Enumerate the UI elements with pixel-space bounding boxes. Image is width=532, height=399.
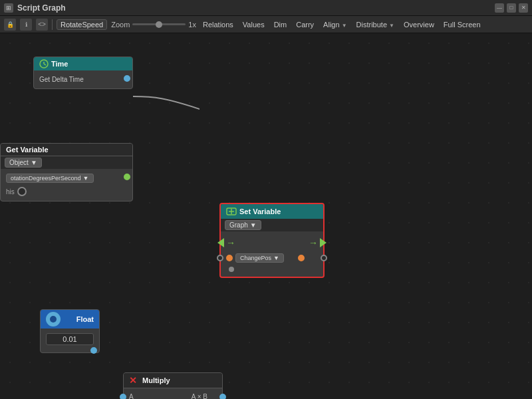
axb-out-port[interactable] (219, 394, 226, 400)
window-title: Script Graph (17, 3, 66, 13)
multiply-icon: ✕ (129, 375, 137, 386)
close-button[interactable]: ✕ (519, 3, 528, 13)
get-delta-time-node: Time Get Delta Time (33, 57, 133, 89)
zoom-label: Zoom (111, 21, 130, 29)
multiply-node: ✕ Multiply A A × B B (123, 372, 223, 399)
changepos-row: ChangePos ▼ (226, 251, 318, 265)
rotation-row: otationDegreesPerSecond ▼ (6, 172, 127, 185)
code-icon[interactable]: <> (36, 19, 48, 31)
float-icon (46, 312, 61, 327)
a-label: A (129, 393, 134, 399)
toolbar: 🔒 ℹ <> RotateSpeed Zoom 1x Relations Val… (0, 16, 532, 33)
a-row: A A × B (129, 391, 217, 399)
dropdown-arrow: ▼ (31, 159, 37, 166)
changepos-out-port[interactable] (321, 255, 327, 261)
distribute-label: Distribute (356, 21, 387, 29)
lock-icon[interactable]: 🔒 (4, 19, 16, 31)
get-variable-label: Get Variable (6, 146, 49, 154)
zoom-value: 1x (188, 21, 196, 29)
changepos-out-dot (298, 255, 305, 261)
float-out-row (46, 347, 94, 350)
float-node: Float 0.01 (40, 309, 100, 353)
zoom-track[interactable] (132, 23, 186, 25)
multiply-header: ✕ Multiply (124, 373, 222, 388)
get-variable-body: otationDegreesPerSecond ▼ his (1, 169, 132, 201)
changepos-dot (226, 255, 233, 261)
node-header-time: Time (34, 57, 132, 70)
set-variable-subheader: Graph ▼ (221, 219, 323, 231)
changepos-in-port[interactable] (217, 255, 223, 261)
get-variable-node: Get Variable Object ▼ otationDegreesPerS… (0, 143, 133, 201)
small-dot-port[interactable] (229, 267, 234, 272)
align-label: Align (323, 21, 339, 29)
rotation-label: otationDegreesPerSecond (11, 175, 81, 182)
this-row: his (6, 185, 127, 198)
distribute-arrow: ▼ (389, 23, 394, 29)
svg-line-2 (44, 64, 46, 65)
zoom-control: Zoom 1x (111, 21, 196, 29)
app-icon: ⊞ (4, 3, 13, 13)
carry-button[interactable]: Carry (293, 20, 317, 29)
values-button[interactable]: Values (240, 20, 267, 29)
titlebar: ⊞ Script Graph — □ ✕ (0, 0, 532, 16)
object-dropdown[interactable]: Object ▼ (5, 158, 42, 168)
get-variable-header: Get Variable (1, 144, 132, 156)
exec-in-port[interactable] (217, 238, 224, 247)
this-label: his (6, 188, 15, 196)
set-variable-header: Set Variable (221, 204, 323, 219)
object-dropdown-label: Object (9, 159, 29, 166)
toolbar-separator (52, 19, 53, 30)
graph-dropdown[interactable]: Graph ▼ (225, 220, 261, 230)
align-arrow: ▼ (342, 23, 347, 29)
float-value[interactable]: 0.01 (46, 333, 94, 345)
this-port[interactable] (17, 187, 27, 196)
set-variable-icon (226, 206, 237, 217)
rotate-speed-tag[interactable]: RotateSpeed (57, 19, 107, 30)
exec-arrow-right: → (309, 237, 318, 248)
small-dot-row (226, 265, 318, 274)
minimize-button[interactable]: — (495, 3, 504, 13)
set-variable-node: Set Variable Graph ▼ → → ChangePos (219, 203, 325, 278)
a-in-port[interactable] (120, 394, 126, 400)
exec-arrow-left: → (226, 237, 235, 248)
relations-button[interactable]: Relations (200, 20, 236, 29)
exec-row: → → (226, 234, 318, 251)
distribute-button[interactable]: Distribute ▼ (354, 20, 397, 29)
changepos-label: ChangePos (240, 255, 271, 261)
get-variable-subheader: Object ▼ (1, 156, 132, 169)
time-icon (39, 59, 49, 68)
exec-out-port[interactable] (320, 238, 327, 247)
float-header: Float (41, 310, 99, 329)
time-header-label: Time (51, 60, 68, 68)
maximize-button[interactable]: □ (507, 3, 516, 13)
float-label: Float (76, 315, 94, 323)
get-delta-time-body: Get Delta Time (34, 70, 132, 88)
dim-button[interactable]: Dim (271, 20, 290, 29)
float-body: 0.01 (41, 329, 99, 352)
multiply-label: Multiply (142, 376, 170, 384)
align-button[interactable]: Align ▼ (321, 20, 349, 29)
set-variable-body: → → ChangePos ▼ (221, 231, 323, 277)
delta-time-row: Get Delta Time (39, 73, 127, 86)
canvas[interactable]: Time Get Delta Time Get Variable Object … (0, 33, 532, 399)
rotation-dropdown[interactable]: otationDegreesPerSecond ▼ (6, 174, 94, 183)
set-variable-label: Set Variable (239, 207, 281, 215)
changepos-dropdown[interactable]: ChangePos ▼ (235, 253, 284, 263)
delta-time-out-port[interactable] (124, 75, 130, 82)
window-controls: — □ ✕ (495, 3, 528, 13)
info-icon[interactable]: ℹ (20, 19, 32, 31)
rotation-out-port[interactable] (124, 174, 130, 180)
overview-button[interactable]: Overview (401, 20, 437, 29)
float-out-port[interactable] (90, 347, 97, 354)
axb-label: A × B (192, 393, 207, 399)
graph-dropdown-label: Graph (229, 221, 248, 229)
zoom-handle[interactable] (156, 21, 162, 28)
fullscreen-button[interactable]: Full Screen (441, 20, 483, 29)
get-delta-time-label: Get Delta Time (39, 76, 84, 83)
multiply-body: A A × B B (124, 388, 222, 399)
